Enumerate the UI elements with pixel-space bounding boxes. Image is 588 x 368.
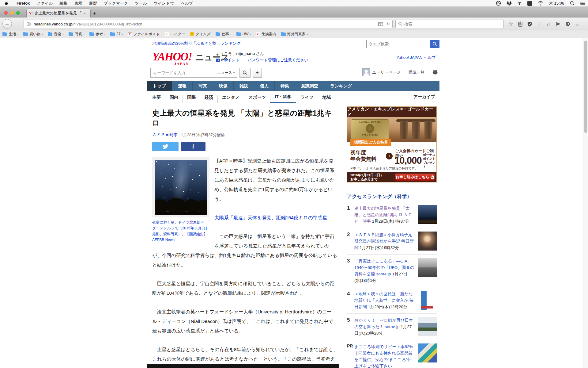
ranking-link[interactable]: ＜地球＞我々の世代は…新たな地質年代「人新世」に突入か — [354, 292, 413, 303]
bookmark-star-icon[interactable]: ☆ — [506, 21, 515, 27]
apple-menu-icon[interactable] — [4, 1, 8, 6]
menubar-item-history[interactable]: 履歴 — [86, 1, 100, 6]
article-image[interactable] — [152, 157, 209, 217]
password-notice-link[interactable]: パスワード管理にご注意ください — [247, 57, 308, 63]
browser-search-bar[interactable] — [395, 20, 504, 28]
bookmark-transit[interactable]: Y!乗換案内 — [256, 32, 276, 37]
ranking-link[interactable]: 史上最大の恒星系を発見 「太陽」と惑星の距離1兆キロ — [354, 206, 409, 217]
ranking-item[interactable]: 5 おかえり！ ゼロ戦が再び日本の空を舞った！ sorae.jp 1月27日(水… — [347, 313, 437, 340]
download-icon[interactable]: ↓ — [534, 21, 544, 27]
bookmark-folder-27[interactable]: 27▾ — [110, 32, 123, 36]
bookmark-folder-photo[interactable]: 写真▾ — [69, 32, 85, 37]
nav-tab-survey[interactable]: 意識調査 — [295, 81, 324, 91]
subnav-it-science[interactable]: IT・科学 — [270, 94, 296, 103]
article-source-link[interactable]: ＡＦＰ＝時事 — [152, 132, 178, 137]
ranking-item-pr[interactable]: PR まごころ印刷でリピート率82%｜同業者にも支持される高品質をご提供。安心の… — [347, 340, 437, 368]
feedback-smiley-icon[interactable] — [563, 21, 572, 26]
ranking-thumbnail[interactable] — [418, 317, 437, 336]
ranking-link[interactable]: まごころ印刷でリピート率82%｜同業者にも支持される高品質をご提供。安心の“まご… — [354, 344, 413, 368]
ranking-item[interactable]: 2 ＜ＳＴＡＰ細胞＞小保方晴子元研究員が講談社から手記 毎日新聞 1月27日(水… — [347, 228, 437, 254]
ad-apply-button[interactable]: お申し込みはこちら▶ — [395, 174, 435, 181]
menubar-item-firefox[interactable]: Firefox — [13, 1, 33, 6]
web-search-box[interactable] — [366, 40, 430, 48]
bookmark-folder-reference[interactable]: 参考▾ — [89, 32, 105, 37]
related-article-link[interactable]: 太陽系「最遠」天体を発見、距離154億キロの準惑星 — [214, 215, 327, 220]
subscriptions-link[interactable]: 購読一覧 — [409, 70, 424, 75]
notification-center-icon[interactable] — [580, 1, 585, 6]
spotlight-icon[interactable] — [570, 1, 575, 6]
ranking-item[interactable]: 4 ＜地球＞我々の世代は…新たな地質年代「人新世」に突入か 毎日新聞 1月28日… — [347, 287, 437, 313]
search-scope-dropdown[interactable]: ニュース▾ — [217, 70, 235, 75]
nav-tab-personal[interactable]: 個人 — [254, 81, 275, 91]
keyword-search-input[interactable] — [153, 71, 208, 75]
ranking-item[interactable]: 3 「真実はそこにある」―CIA、1940〜50年代の「UFO」調査の資料を公開… — [347, 254, 437, 287]
ranking-thumbnail[interactable] — [418, 205, 437, 224]
share-plane-icon[interactable] — [553, 21, 563, 26]
help-link[interactable]: ヘルプ — [424, 55, 436, 60]
menubar-clock[interactable]: 木 15:06 — [549, 1, 564, 6]
ranking-thumbnail[interactable] — [418, 232, 437, 251]
menubar-item-tools[interactable]: ツール — [131, 1, 150, 6]
nav-tab-top[interactable]: トップ — [147, 81, 172, 91]
url-text[interactable]: headlines.yahoo.co.jp/hl?a=20160128-0000… — [34, 22, 375, 26]
amex-ad-banner[interactable]: アメリカン・エキスプレス®・ゴールドカード AMERICAN EXPRESS 3… — [347, 106, 437, 182]
menubar-item-window[interactable]: ウインドウ — [150, 1, 178, 6]
menubar-item-bookmarks[interactable]: ブックマーク — [100, 1, 132, 6]
avatar[interactable] — [362, 68, 370, 76]
ranking-thumbnail[interactable] — [418, 343, 437, 362]
promo-link[interactable]: 地域特産品の30%割引「ふるさと割」ランキング — [152, 41, 241, 46]
ranking-item[interactable]: 1 史上最大の恒星系を発見 「太陽」と惑星の距離1兆キロ ＡＦＰ＝時事 1月28… — [347, 202, 437, 228]
site-identity-globe-icon[interactable] — [26, 21, 31, 26]
menubar-item-help[interactable]: ヘルプ — [177, 1, 196, 6]
user-page-link[interactable]: ユーザーページ — [372, 70, 401, 75]
bookmark-folder-shopping[interactable]: 買い物▾ — [23, 32, 43, 37]
nav-tab-magazine[interactable]: 雑誌 — [234, 81, 254, 91]
subnav-region[interactable]: 地域 — [318, 95, 335, 103]
nav-tab-feature[interactable]: 特集 — [275, 81, 295, 91]
wifi-icon[interactable] — [538, 1, 543, 6]
menu-hamburger-icon[interactable]: ≡ — [572, 21, 582, 28]
nav-tab-video[interactable]: 映像 — [213, 81, 234, 91]
keyword-search-box[interactable]: ニュース▾ — [150, 68, 237, 78]
twitter-share-button[interactable] — [152, 142, 179, 151]
url-bar[interactable]: headlines.yahoo.co.jp/hl?a=20160128-0000… — [24, 20, 393, 28]
facebook-share-button[interactable]: f — [181, 142, 205, 151]
scrollbar[interactable] — [583, 38, 588, 368]
back-button[interactable]: ← — [2, 19, 12, 29]
window-close-button[interactable] — [4, 11, 8, 15]
dropbox-icon[interactable] — [507, 1, 512, 6]
input-source-icon[interactable]: A — [527, 1, 532, 6]
nav-tab-flash[interactable]: 速報 — [172, 81, 193, 91]
scrollbar-thumb[interactable] — [584, 41, 587, 133]
reader-mode-icon[interactable] — [378, 22, 383, 26]
ranking-thumbnail[interactable] — [418, 258, 437, 277]
bookmark-reuters[interactable]: ロイター — [165, 32, 185, 37]
subnav-world[interactable]: 国際 — [183, 95, 200, 103]
nav-tab-photo[interactable]: 写真 — [193, 81, 213, 91]
window-minimize-button[interactable] — [10, 11, 14, 15]
gear-icon[interactable] — [432, 69, 438, 75]
yahoo-japan-link[interactable]: Yahoo! JAPAN — [397, 55, 423, 60]
points-link[interactable]: 0ポイント — [221, 57, 239, 63]
subnav-main[interactable]: 主要 — [152, 95, 165, 103]
subnav-domestic[interactable]: 国内 — [165, 95, 183, 103]
image-caption-link[interactable]: 夜空に輝く星。ドイツ北東部ペータースドルフで（2015年11月3日撮影、資料写真… — [152, 220, 209, 243]
ranking-thumbnail[interactable] — [418, 291, 437, 310]
subnav-archive[interactable]: アーカイブ — [413, 94, 435, 100]
web-search-input[interactable] — [368, 42, 424, 46]
clipboard-icon[interactable] — [515, 21, 525, 27]
bookmark-folder-life[interactable]: 生活▾ — [2, 32, 18, 37]
tab-close-icon[interactable]: × — [84, 11, 86, 16]
subnav-entertainment[interactable]: エンタメ — [217, 95, 244, 103]
home-icon[interactable]: ⌂ — [544, 21, 553, 28]
nav-tab-ranking[interactable]: ランキング — [324, 81, 358, 91]
bookmark-folder-hw[interactable]: HW▾ — [236, 32, 251, 36]
creative-cloud-icon[interactable] — [496, 1, 501, 6]
news-search-button[interactable] — [239, 68, 251, 78]
peripheral-signal-icon[interactable] — [517, 1, 522, 6]
bookmark-folder-photographers[interactable]: 海外写真家▾ — [281, 32, 308, 37]
reload-icon[interactable]: ↻ — [386, 21, 390, 26]
subnav-sports[interactable]: スポーツ — [244, 95, 270, 103]
bookmark-filepost[interactable]: Fファイルポスト — [128, 32, 160, 37]
subnav-economy[interactable]: 経済 — [200, 95, 217, 103]
